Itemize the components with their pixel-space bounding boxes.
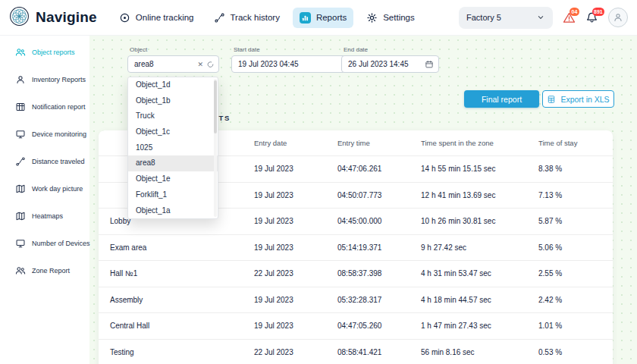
cell-time-spent: 1 h 47 min 27.43 sec xyxy=(421,322,538,330)
monitor-icon xyxy=(15,129,26,140)
chevron-down-icon xyxy=(536,13,545,22)
sidebar-item-distance-traveled[interactable]: Distance traveled xyxy=(0,148,89,175)
start-date-input[interactable] xyxy=(231,55,356,73)
cell-entry-time: 04:47:05.260 xyxy=(337,322,421,330)
object-field: Object ✕ xyxy=(127,46,219,73)
app-window: Navigine Online tracking Track history R… xyxy=(0,0,637,364)
start-date-field: Start date xyxy=(231,46,356,73)
dropdown-option[interactable]: Object_1e xyxy=(128,171,218,187)
export-xls-button[interactable]: Export in XLS xyxy=(542,90,614,108)
xls-icon xyxy=(547,95,556,104)
column-header-entry-date: Entry date xyxy=(254,139,337,147)
person-icon xyxy=(15,74,26,85)
cell-zone-name: Testing xyxy=(110,348,254,356)
sidebar-item-inventory-reports[interactable]: Inventory Reports xyxy=(0,66,89,93)
sidebar-item-label: Object reports xyxy=(32,49,75,56)
nav-reports[interactable]: Reports xyxy=(293,8,353,28)
table-row: Central Hall 19 Jul 2023 04:47:05.260 1 … xyxy=(99,312,613,339)
cell-time-of-stay: 2.42 % xyxy=(538,296,613,304)
dropdown-option[interactable]: Object_1c xyxy=(128,124,218,140)
dropdown-option[interactable]: Forklift_1 xyxy=(128,187,218,203)
final-report-button[interactable]: Final report xyxy=(464,90,539,108)
dropdown-option[interactable]: Object_1b xyxy=(128,93,218,109)
cell-time-spent: 10 h 26 min 30.81 sec xyxy=(421,217,538,225)
column-header-entry-time: Entry time xyxy=(337,139,421,147)
brand[interactable]: Navigine xyxy=(9,6,97,30)
cell-entry-date: 19 Jul 2023 xyxy=(254,296,337,304)
cell-time-spent: 12 h 41 min 13.69 sec xyxy=(421,191,538,199)
cell-time-of-stay: 2.55 % xyxy=(538,269,613,278)
main-content: Object ✕ Start date End date Final repor… xyxy=(89,36,637,364)
table-row: Exam area 19 Jul 2023 05:14:19.371 9 h 2… xyxy=(99,234,613,261)
factory-select[interactable]: Factory 5 xyxy=(459,7,553,29)
sidebar-item-notification-report[interactable]: Notification report xyxy=(0,93,89,121)
sidebar-item-number-of-devices[interactable]: Number of Devices xyxy=(0,230,89,257)
start-date-label: Start date xyxy=(234,46,356,53)
nav-label: Online tracking xyxy=(136,13,194,22)
notifications-button[interactable]: 891 xyxy=(585,11,598,24)
nav-label: Reports xyxy=(316,13,347,22)
sidebar-item-heatmaps[interactable]: Heatmaps xyxy=(0,202,89,230)
tracking-icon xyxy=(119,12,130,24)
nav-settings[interactable]: Settings xyxy=(359,8,422,28)
group-icon xyxy=(15,265,26,276)
notification-badge: 891 xyxy=(592,8,604,16)
dropdown-option[interactable]: 1025 xyxy=(128,140,218,156)
sidebar-item-label: Device monitoring xyxy=(32,130,86,138)
nav-label: Track history xyxy=(231,13,280,22)
cell-time-spent: 56 min 8.16 sec xyxy=(421,348,538,356)
sidebar-item-label: Distance traveled xyxy=(32,158,85,165)
object-input[interactable] xyxy=(128,56,218,72)
sidebar-item-label: Work day picture xyxy=(32,185,83,193)
cell-time-spent: 9 h 27.42 sec xyxy=(421,243,538,252)
top-right-cluster: Factory 5 04 891 xyxy=(459,7,628,29)
start-date-value[interactable] xyxy=(232,56,355,72)
cell-entry-time: 05:14:19.371 xyxy=(337,243,421,252)
nav-label: Settings xyxy=(383,13,415,22)
table-row: Assembly 19 Jul 2023 05:32:28.317 4 h 18… xyxy=(99,287,613,313)
sidebar-item-label: Notification report xyxy=(32,103,86,111)
heatmap-icon xyxy=(15,211,26,221)
column-header-time-of-stay: Time of stay xyxy=(538,139,613,147)
people-icon xyxy=(15,47,26,58)
calendar-icon[interactable] xyxy=(425,60,434,69)
clear-icon[interactable]: ✕ xyxy=(197,61,203,67)
cell-zone-name: Central Hall xyxy=(110,322,254,330)
nav-online-tracking[interactable]: Online tracking xyxy=(112,8,201,28)
cell-entry-time: 08:58:41.421 xyxy=(337,348,421,356)
end-date-value[interactable] xyxy=(342,56,438,72)
sidebar-item-work-day-picture[interactable]: Work day picture xyxy=(0,175,89,202)
sidebar-item-device-monitoring[interactable]: Device monitoring xyxy=(0,121,89,148)
route-icon xyxy=(15,156,26,167)
dropdown-option[interactable]: Object_1a xyxy=(128,203,218,219)
user-avatar[interactable] xyxy=(608,8,628,27)
sidebar-item-object-reports[interactable]: Object reports xyxy=(0,39,89,66)
cell-time-of-stay: 5.06 % xyxy=(538,243,613,252)
cell-entry-date: 19 Jul 2023 xyxy=(254,165,337,173)
dropdown-option[interactable]: Truck xyxy=(128,108,218,124)
dropdown-option-selected[interactable]: area8 xyxy=(128,155,218,171)
cell-time-of-stay: 1.01 % xyxy=(538,322,613,330)
cell-entry-date: 22 Jul 2023 xyxy=(254,269,337,278)
dropdown-scrollbar-thumb[interactable] xyxy=(214,80,217,133)
object-combobox[interactable]: ✕ xyxy=(127,55,219,73)
end-date-input[interactable] xyxy=(341,55,439,73)
map-icon xyxy=(15,184,26,194)
sidebar-item-zone-report[interactable]: Zone Report xyxy=(0,257,89,284)
cell-zone-name: Hall №1 xyxy=(110,269,254,278)
dropdown-option[interactable]: Object_1d xyxy=(128,77,218,93)
cell-entry-date: 19 Jul 2023 xyxy=(254,217,337,225)
top-bar: Navigine Online tracking Track history R… xyxy=(0,0,637,36)
cell-zone-name: Exam area xyxy=(110,243,254,252)
cell-entry-date: 22 Jul 2023 xyxy=(254,348,337,356)
alerts-button[interactable]: 04 xyxy=(563,11,576,24)
devices-icon xyxy=(15,238,26,249)
end-date-label: End date xyxy=(344,46,439,53)
nav-track-history[interactable]: Track history xyxy=(207,8,287,28)
cell-time-of-stay: 0.53 % xyxy=(538,348,613,356)
cell-entry-time: 08:58:37.398 xyxy=(337,269,421,278)
sidebar-item-label: Heatmaps xyxy=(32,212,63,220)
history-icon xyxy=(214,12,225,24)
end-date-field: End date xyxy=(341,46,439,73)
alert-badge: 04 xyxy=(570,8,579,16)
